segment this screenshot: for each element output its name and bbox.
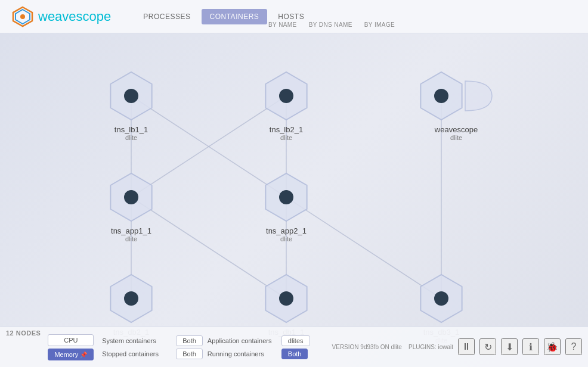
- nav-processes[interactable]: PROCESSES: [135, 9, 199, 24]
- filter-group-left: System containers Both Stopped container…: [102, 335, 203, 359]
- version-info: VERSION 9d93fb ON dlite PLUGINS: iowait: [332, 344, 453, 350]
- node-name-weavescope: weavescope: [435, 125, 478, 134]
- logo-icon: [12, 6, 33, 27]
- filter-row-application: Application containers dlites: [208, 335, 310, 346]
- node-label-tns_app2_1: tns_app2_1dlite: [266, 226, 307, 242]
- metric-buttons: CPU Memory 📌: [48, 334, 94, 360]
- svg-point-17: [434, 89, 448, 103]
- pause-btn[interactable]: ⏸: [458, 338, 475, 355]
- bug-btn[interactable]: 🐞: [544, 338, 561, 355]
- logo-text-scope: scope: [76, 9, 112, 24]
- hexagon-tns_app2_1: [259, 170, 313, 224]
- hexagon-tns_app1_1: [104, 170, 158, 224]
- hexagon-tns_db2_1: [104, 272, 158, 325]
- running-both-btn[interactable]: Both: [281, 349, 308, 359]
- node-tns_app1_1[interactable]: tns_app1_1dlite: [104, 170, 158, 242]
- stopped-containers-label: Stopped containers: [102, 350, 174, 357]
- version-text: VERSION 9d93fb ON dlite: [332, 344, 402, 350]
- hexagon-tns_lb2_1: [259, 69, 313, 123]
- memory-btn[interactable]: Memory 📌: [48, 349, 94, 360]
- node-weavescope[interactable]: weavescopedlite: [414, 69, 498, 141]
- refresh-btn[interactable]: ↻: [479, 338, 496, 355]
- svg-point-21: [279, 190, 293, 204]
- nav-containers[interactable]: CONTAINERS: [202, 9, 268, 24]
- node-name-tns_lb1_1: tns_lb1_1: [114, 125, 148, 134]
- node-label-weavescope: weavescopedlite: [435, 125, 478, 141]
- header: weavescope PROCESSES CONTAINERS HOSTS BY…: [0, 0, 588, 33]
- nav-by-name[interactable]: BY NAME: [264, 20, 302, 29]
- logo: weavescope: [12, 6, 111, 27]
- filter-row-stopped: Stopped containers Both: [102, 349, 203, 359]
- nav-sub: BY NAME BY DNS NAME BY IMAGE: [264, 20, 400, 29]
- canvas: tns_lb1_1dlitetns_lb2_1dliteweavescopedl…: [0, 33, 588, 367]
- node-sub-tns_lb1_1: dlite: [114, 134, 148, 141]
- application-containers-label: Application containers: [208, 337, 279, 344]
- svg-point-23: [124, 291, 138, 306]
- hexagon-weavescope: [414, 69, 498, 123]
- application-dlites-btn[interactable]: dlites: [281, 335, 310, 346]
- nav-by-image[interactable]: BY IMAGE: [360, 20, 400, 29]
- system-both-btn[interactable]: Both: [176, 335, 203, 346]
- nodes-count: 12 NODES: [6, 329, 41, 337]
- stopped-both-btn[interactable]: Both: [176, 349, 203, 359]
- hexagon-tns_db3_1: [414, 272, 468, 325]
- node-sub-tns_app2_1: dlite: [266, 235, 307, 242]
- filter-group-right: Application containers dlites Running co…: [208, 335, 310, 359]
- node-name-tns_lb2_1: tns_lb2_1: [270, 125, 303, 134]
- node-sub-tns_app1_1: dlite: [111, 235, 151, 242]
- node-sub-tns_lb2_1: dlite: [270, 134, 303, 141]
- node-label-tns_lb2_1: tns_lb2_1dlite: [270, 125, 303, 141]
- nav-by-dns[interactable]: BY DNS NAME: [304, 20, 357, 29]
- node-label-tns_app1_1: tns_app1_1dlite: [111, 226, 151, 242]
- cpu-btn[interactable]: CPU: [48, 334, 94, 346]
- node-name-tns_app2_1: tns_app2_1: [266, 226, 307, 235]
- node-label-tns_lb1_1: tns_lb1_1dlite: [114, 125, 148, 141]
- svg-point-27: [434, 291, 448, 306]
- svg-point-2: [20, 14, 25, 19]
- filter-row-system: System containers Both: [102, 335, 203, 346]
- logo-text: weavescope: [38, 9, 111, 24]
- running-containers-label: Running containers: [208, 350, 279, 357]
- bottom-bar: 12 NODES CPU Memory 📌 System containers …: [0, 326, 588, 367]
- info-btn[interactable]: ℹ: [522, 338, 539, 355]
- node-tns_app2_1[interactable]: tns_app2_1dlite: [259, 170, 313, 242]
- plugins-text: PLUGINS: iowait: [408, 344, 453, 350]
- svg-point-15: [279, 89, 293, 103]
- hexagon-tns_lb1_1: [104, 69, 158, 123]
- footer-right: VERSION 9d93fb ON dlite PLUGINS: iowait …: [326, 326, 588, 367]
- system-containers-label: System containers: [102, 337, 174, 344]
- help-btn[interactable]: ?: [565, 338, 582, 355]
- svg-point-13: [124, 89, 138, 103]
- hexagon-tns_db1_1: [259, 272, 313, 325]
- node-name-tns_app1_1: tns_app1_1: [111, 226, 151, 235]
- svg-point-25: [279, 291, 293, 306]
- node-tns_lb2_1[interactable]: tns_lb2_1dlite: [259, 69, 313, 141]
- download-btn[interactable]: ⬇: [501, 338, 518, 355]
- node-sub-weavescope: dlite: [435, 134, 478, 141]
- memory-pin: 📌: [80, 352, 87, 358]
- node-tns_lb1_1[interactable]: tns_lb1_1dlite: [104, 69, 158, 141]
- logo-text-weave: weave: [38, 9, 76, 24]
- svg-point-19: [124, 190, 138, 204]
- filter-row-running: Running containers Both: [208, 349, 310, 359]
